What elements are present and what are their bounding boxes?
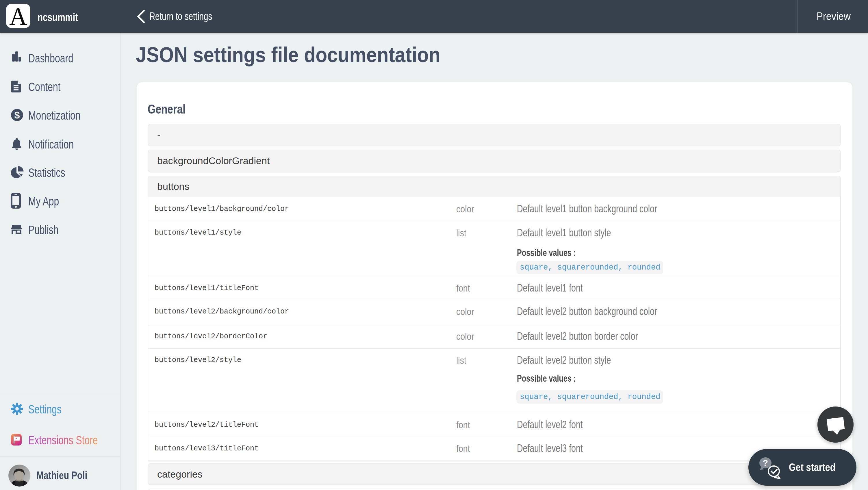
svg-text:?: ? [763, 458, 768, 467]
svg-text:$: $ [14, 110, 20, 120]
